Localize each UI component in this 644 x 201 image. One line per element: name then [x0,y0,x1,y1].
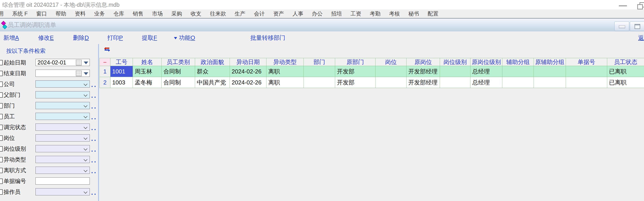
return-button[interactable]: 返 [638,32,644,44]
filter-checkbox[interactable] [0,189,3,195]
menu-item-8[interactable]: 销售 [128,10,148,17]
menu-item-18[interactable]: 招培 [327,10,346,17]
grid-header-cell[interactable]: 原岗位 [406,58,440,66]
column-adjust-icon[interactable] [104,47,110,51]
toolbar-button-a[interactable]: 新增A [3,32,19,44]
row-number-cell[interactable]: 2 [100,77,110,88]
table-cell[interactable]: 总经理 [470,66,502,77]
combo-select[interactable] [36,80,90,88]
grid-header-cell[interactable]: 异动类型 [266,58,304,66]
table-cell[interactable]: 已离职 [607,77,644,88]
filter-checkbox[interactable] [0,157,3,162]
combo-select[interactable] [36,145,90,152]
combo-select[interactable] [36,188,90,196]
table-cell[interactable]: 2024-02-26 [230,77,266,88]
chevron-down-icon[interactable] [84,136,88,140]
table-cell[interactable]: 1003 [110,77,133,88]
filter-checkbox[interactable] [0,168,3,173]
subwindow-minimize-button[interactable] [614,22,629,31]
table-cell[interactable]: 开发部经理 [406,77,440,88]
grid-header-cell[interactable]: 姓名 [133,58,162,66]
chevron-down-icon[interactable] [84,190,88,194]
combo-select[interactable] [36,102,90,109]
table-cell[interactable] [566,66,607,77]
chevron-down-icon[interactable] [84,147,88,151]
menu-item-5[interactable]: 资料 [70,10,90,17]
table-cell[interactable] [376,77,406,88]
more-options-button[interactable]: .. [91,146,97,153]
toolbar-button-e[interactable]: 修改E [38,32,54,44]
more-options-button[interactable]: .. [91,124,97,132]
table-cell[interactable] [502,66,534,77]
table-cell[interactable] [376,66,406,77]
menu-item-12[interactable]: 往来款 [206,10,230,17]
menu-item-2[interactable]: 系统 F [8,10,32,17]
menu-item-14[interactable]: 会计 [250,10,269,17]
table-cell[interactable] [304,77,335,88]
table-cell[interactable]: 孟冬梅 [133,77,162,88]
table-cell[interactable]: 1001 [110,66,133,77]
chevron-down-icon[interactable] [84,82,88,86]
grid-header-cell[interactable]: 单据号 [566,58,607,66]
filter-checkbox[interactable] [0,125,3,130]
table-cell[interactable]: 已离职 [607,66,644,77]
table-cell[interactable]: 开发部 [335,77,376,88]
table-cell[interactable]: 离职 [266,66,304,77]
date-input[interactable] [36,70,90,77]
filter-checkbox[interactable] [0,60,3,65]
grid-header-cell[interactable]: 岗位 [376,58,406,66]
combo-select[interactable] [36,167,90,174]
more-options-button[interactable]: .. [91,113,97,121]
grid-header-cell[interactable]: 员工状态 [607,58,644,66]
grid-header-cell[interactable]: 岗位级别 [440,58,470,66]
table-cell[interactable] [502,77,534,88]
menu-item-22[interactable]: 秘书 [404,10,423,17]
more-options-button[interactable]: .. [91,156,97,164]
toolbar-button-d[interactable]: 删除D [73,32,89,44]
menu-item-11[interactable]: 收支 [186,10,206,17]
menu-item-3[interactable]: 窗口 [32,10,51,17]
chevron-down-icon[interactable] [84,158,88,162]
menu-item-6[interactable]: 业务 [90,10,109,17]
toolbar-button-o[interactable]: 功能O [174,32,195,44]
table-cell[interactable] [566,77,607,88]
filter-checkbox[interactable] [0,82,3,87]
more-options-button[interactable]: .. [91,92,97,99]
table-cell[interactable]: 周玉林 [133,66,162,77]
chevron-down-icon[interactable] [84,104,88,108]
combo-select[interactable] [36,124,90,131]
combo-select[interactable] [36,134,90,142]
chevron-down-icon[interactable] [84,168,88,172]
menu-item-16[interactable]: 人事 [288,10,308,17]
table-cell[interactable]: 离职 [266,77,304,88]
toolbar-button-p[interactable]: 打印P [107,32,123,44]
menu-item-20[interactable]: 考勤 [366,10,385,17]
menu-item-21[interactable]: 考核 [385,10,404,17]
menu-item-9[interactable]: 市场 [148,10,167,17]
menu-item-13[interactable]: 生产 [230,10,250,17]
filter-checkbox[interactable] [0,103,3,108]
table-cell[interactable]: 开发部 [335,66,376,77]
table-cell[interactable]: 总经理 [470,77,502,88]
toolbar-button-f[interactable]: 提取F [142,32,157,44]
table-cell[interactable] [304,66,335,77]
subwindow-maximize-button[interactable] [630,22,644,31]
table-cell[interactable] [440,66,470,77]
table-cell[interactable]: 群众 [195,66,230,77]
table-cell[interactable] [534,77,566,88]
date-input[interactable]: 2024-02-01 [36,59,90,66]
date-dropdown-icon[interactable] [84,72,88,75]
filter-checkbox[interactable] [0,136,3,141]
calendar-icon[interactable] [76,60,82,65]
batch-transfer-button[interactable]: 批量转移部门 [250,32,285,44]
combo-select[interactable] [36,113,90,120]
filter-checkbox[interactable] [0,92,3,98]
more-options-button[interactable]: .. [91,189,97,196]
menu-item-1[interactable]: 用 [0,10,8,17]
more-options-button[interactable]: .. [91,81,97,88]
grid-header-cell[interactable]: 原部门 [335,58,376,66]
grid-header-cell[interactable]: – [100,58,110,66]
minimize-icon[interactable] [619,6,627,6]
grid-header-cell[interactable]: 原岗位级别 [470,58,502,66]
combo-select[interactable] [36,91,90,98]
